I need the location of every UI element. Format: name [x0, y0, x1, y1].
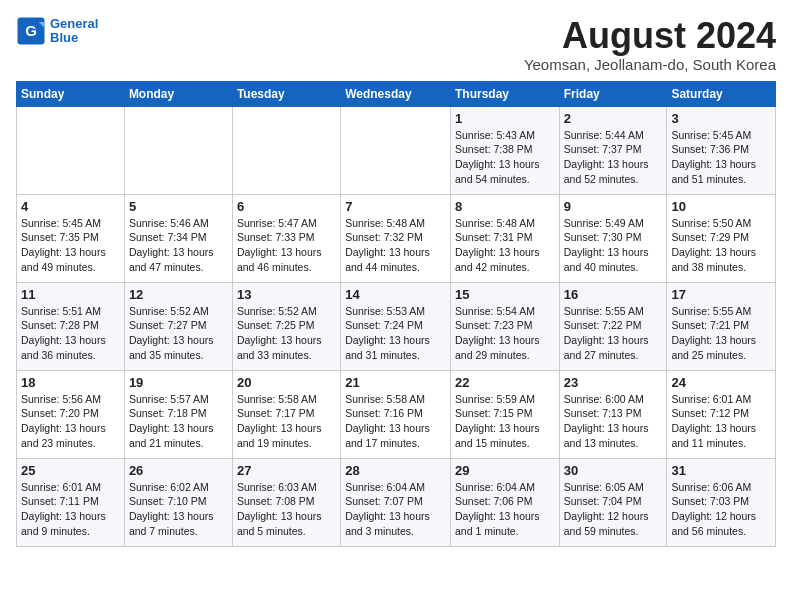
day-info: Sunrise: 5:56 AM Sunset: 7:20 PM Dayligh… — [21, 392, 120, 451]
week-row-5: 25Sunrise: 6:01 AM Sunset: 7:11 PM Dayli… — [17, 458, 776, 546]
day-info: Sunrise: 6:02 AM Sunset: 7:10 PM Dayligh… — [129, 480, 228, 539]
day-number: 29 — [455, 463, 555, 478]
day-cell — [124, 106, 232, 194]
day-cell: 28Sunrise: 6:04 AM Sunset: 7:07 PM Dayli… — [341, 458, 451, 546]
day-info: Sunrise: 5:53 AM Sunset: 7:24 PM Dayligh… — [345, 304, 446, 363]
day-number: 23 — [564, 375, 663, 390]
day-cell: 8Sunrise: 5:48 AM Sunset: 7:31 PM Daylig… — [450, 194, 559, 282]
day-info: Sunrise: 5:55 AM Sunset: 7:21 PM Dayligh… — [671, 304, 771, 363]
day-cell: 24Sunrise: 6:01 AM Sunset: 7:12 PM Dayli… — [667, 370, 776, 458]
day-number: 14 — [345, 287, 446, 302]
day-number: 6 — [237, 199, 336, 214]
day-cell: 30Sunrise: 6:05 AM Sunset: 7:04 PM Dayli… — [559, 458, 667, 546]
day-info: Sunrise: 5:48 AM Sunset: 7:32 PM Dayligh… — [345, 216, 446, 275]
day-info: Sunrise: 6:06 AM Sunset: 7:03 PM Dayligh… — [671, 480, 771, 539]
day-info: Sunrise: 5:58 AM Sunset: 7:16 PM Dayligh… — [345, 392, 446, 451]
day-number: 21 — [345, 375, 446, 390]
day-cell: 14Sunrise: 5:53 AM Sunset: 7:24 PM Dayli… — [341, 282, 451, 370]
weekday-header-sunday: Sunday — [17, 81, 125, 106]
day-number: 30 — [564, 463, 663, 478]
day-cell: 21Sunrise: 5:58 AM Sunset: 7:16 PM Dayli… — [341, 370, 451, 458]
day-info: Sunrise: 5:49 AM Sunset: 7:30 PM Dayligh… — [564, 216, 663, 275]
day-info: Sunrise: 5:52 AM Sunset: 7:25 PM Dayligh… — [237, 304, 336, 363]
weekday-header-saturday: Saturday — [667, 81, 776, 106]
svg-text:G: G — [25, 22, 37, 39]
day-number: 2 — [564, 111, 663, 126]
day-info: Sunrise: 6:05 AM Sunset: 7:04 PM Dayligh… — [564, 480, 663, 539]
month-year: August 2024 — [524, 16, 776, 56]
day-number: 16 — [564, 287, 663, 302]
location: Yeomsan, Jeollanam-do, South Korea — [524, 56, 776, 73]
week-row-4: 18Sunrise: 5:56 AM Sunset: 7:20 PM Dayli… — [17, 370, 776, 458]
day-cell: 4Sunrise: 5:45 AM Sunset: 7:35 PM Daylig… — [17, 194, 125, 282]
title-block: August 2024 Yeomsan, Jeollanam-do, South… — [524, 16, 776, 73]
day-cell: 18Sunrise: 5:56 AM Sunset: 7:20 PM Dayli… — [17, 370, 125, 458]
day-cell: 27Sunrise: 6:03 AM Sunset: 7:08 PM Dayli… — [232, 458, 340, 546]
day-cell: 16Sunrise: 5:55 AM Sunset: 7:22 PM Dayli… — [559, 282, 667, 370]
day-cell: 2Sunrise: 5:44 AM Sunset: 7:37 PM Daylig… — [559, 106, 667, 194]
day-cell: 20Sunrise: 5:58 AM Sunset: 7:17 PM Dayli… — [232, 370, 340, 458]
day-info: Sunrise: 5:45 AM Sunset: 7:35 PM Dayligh… — [21, 216, 120, 275]
day-info: Sunrise: 5:45 AM Sunset: 7:36 PM Dayligh… — [671, 128, 771, 187]
day-cell: 13Sunrise: 5:52 AM Sunset: 7:25 PM Dayli… — [232, 282, 340, 370]
week-row-3: 11Sunrise: 5:51 AM Sunset: 7:28 PM Dayli… — [17, 282, 776, 370]
day-info: Sunrise: 6:01 AM Sunset: 7:11 PM Dayligh… — [21, 480, 120, 539]
day-info: Sunrise: 6:04 AM Sunset: 7:07 PM Dayligh… — [345, 480, 446, 539]
day-info: Sunrise: 5:43 AM Sunset: 7:38 PM Dayligh… — [455, 128, 555, 187]
day-info: Sunrise: 5:58 AM Sunset: 7:17 PM Dayligh… — [237, 392, 336, 451]
day-number: 31 — [671, 463, 771, 478]
day-number: 7 — [345, 199, 446, 214]
day-cell: 9Sunrise: 5:49 AM Sunset: 7:30 PM Daylig… — [559, 194, 667, 282]
day-info: Sunrise: 5:52 AM Sunset: 7:27 PM Dayligh… — [129, 304, 228, 363]
day-info: Sunrise: 5:59 AM Sunset: 7:15 PM Dayligh… — [455, 392, 555, 451]
logo-line2: Blue — [50, 30, 78, 45]
page-header: G General Blue August 2024 Yeomsan, Jeol… — [16, 16, 776, 73]
day-info: Sunrise: 6:04 AM Sunset: 7:06 PM Dayligh… — [455, 480, 555, 539]
day-number: 19 — [129, 375, 228, 390]
weekday-header-wednesday: Wednesday — [341, 81, 451, 106]
day-number: 17 — [671, 287, 771, 302]
day-cell: 31Sunrise: 6:06 AM Sunset: 7:03 PM Dayli… — [667, 458, 776, 546]
day-number: 18 — [21, 375, 120, 390]
day-cell: 7Sunrise: 5:48 AM Sunset: 7:32 PM Daylig… — [341, 194, 451, 282]
day-cell: 5Sunrise: 5:46 AM Sunset: 7:34 PM Daylig… — [124, 194, 232, 282]
day-number: 9 — [564, 199, 663, 214]
logo-text: General Blue — [50, 17, 98, 46]
day-info: Sunrise: 5:47 AM Sunset: 7:33 PM Dayligh… — [237, 216, 336, 275]
day-number: 25 — [21, 463, 120, 478]
day-info: Sunrise: 5:55 AM Sunset: 7:22 PM Dayligh… — [564, 304, 663, 363]
day-cell: 12Sunrise: 5:52 AM Sunset: 7:27 PM Dayli… — [124, 282, 232, 370]
day-number: 22 — [455, 375, 555, 390]
day-cell: 11Sunrise: 5:51 AM Sunset: 7:28 PM Dayli… — [17, 282, 125, 370]
day-number: 5 — [129, 199, 228, 214]
day-cell: 3Sunrise: 5:45 AM Sunset: 7:36 PM Daylig… — [667, 106, 776, 194]
day-info: Sunrise: 5:50 AM Sunset: 7:29 PM Dayligh… — [671, 216, 771, 275]
day-cell: 22Sunrise: 5:59 AM Sunset: 7:15 PM Dayli… — [450, 370, 559, 458]
day-number: 3 — [671, 111, 771, 126]
day-cell: 10Sunrise: 5:50 AM Sunset: 7:29 PM Dayli… — [667, 194, 776, 282]
day-number: 15 — [455, 287, 555, 302]
day-cell — [341, 106, 451, 194]
day-cell: 1Sunrise: 5:43 AM Sunset: 7:38 PM Daylig… — [450, 106, 559, 194]
day-number: 12 — [129, 287, 228, 302]
day-number: 26 — [129, 463, 228, 478]
day-cell: 15Sunrise: 5:54 AM Sunset: 7:23 PM Dayli… — [450, 282, 559, 370]
day-number: 28 — [345, 463, 446, 478]
weekday-header-monday: Monday — [124, 81, 232, 106]
day-info: Sunrise: 5:57 AM Sunset: 7:18 PM Dayligh… — [129, 392, 228, 451]
day-number: 8 — [455, 199, 555, 214]
day-info: Sunrise: 5:44 AM Sunset: 7:37 PM Dayligh… — [564, 128, 663, 187]
day-number: 20 — [237, 375, 336, 390]
day-cell — [232, 106, 340, 194]
weekday-header-tuesday: Tuesday — [232, 81, 340, 106]
day-info: Sunrise: 5:48 AM Sunset: 7:31 PM Dayligh… — [455, 216, 555, 275]
day-cell — [17, 106, 125, 194]
day-cell: 19Sunrise: 5:57 AM Sunset: 7:18 PM Dayli… — [124, 370, 232, 458]
day-info: Sunrise: 6:00 AM Sunset: 7:13 PM Dayligh… — [564, 392, 663, 451]
day-info: Sunrise: 5:54 AM Sunset: 7:23 PM Dayligh… — [455, 304, 555, 363]
day-cell: 26Sunrise: 6:02 AM Sunset: 7:10 PM Dayli… — [124, 458, 232, 546]
weekday-header-row: SundayMondayTuesdayWednesdayThursdayFrid… — [17, 81, 776, 106]
day-number: 13 — [237, 287, 336, 302]
day-cell: 23Sunrise: 6:00 AM Sunset: 7:13 PM Dayli… — [559, 370, 667, 458]
week-row-2: 4Sunrise: 5:45 AM Sunset: 7:35 PM Daylig… — [17, 194, 776, 282]
